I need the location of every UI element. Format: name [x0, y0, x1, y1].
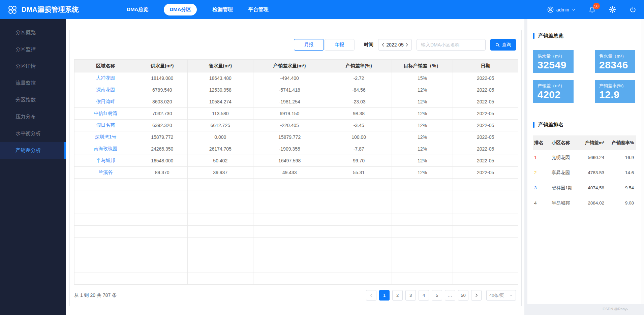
region-name-cell[interactable]: 大冲花园: [74, 72, 137, 84]
region-link[interactable]: 大冲花园: [96, 75, 115, 81]
rank-diff-value: 4783.53: [575, 170, 606, 175]
app-logo-icon: [7, 5, 18, 15]
rank-rate-value: 14.6: [606, 170, 635, 175]
stat-card-label: 产销差率(%): [599, 83, 635, 89]
page-button-1[interactable]: 1: [379, 290, 390, 301]
region-link[interactable]: 深南花园: [96, 87, 115, 92]
region-name-cell[interactable]: 假日湾畔: [74, 96, 137, 108]
user-avatar-icon: [547, 6, 554, 13]
nav-leak-detection[interactable]: 检漏管理: [212, 6, 233, 13]
top-header: DMA漏损管理系统 DMA总览DMA分区检漏管理平台管理 admin: [0, 0, 644, 19]
empty-cell: [253, 190, 326, 202]
stat-card: 售水量（m³）28346: [595, 50, 635, 73]
region-name-cell[interactable]: 深圳湾1号: [74, 131, 137, 143]
empty-cell: [137, 226, 187, 238]
column-header: 供水量(m³): [137, 60, 187, 72]
empty-cell: [187, 179, 253, 190]
empty-table-row: [74, 179, 518, 190]
monthly-report-button[interactable]: 月报: [294, 39, 324, 51]
sidebar-item-zone-detail[interactable]: 分区详情: [0, 58, 66, 74]
next-page-button[interactable]: [471, 290, 482, 301]
empty-cell: [326, 238, 392, 249]
sidebar-item-pressure-distribution[interactable]: 压力分布: [0, 108, 66, 125]
logout-button[interactable]: [629, 6, 637, 13]
ranking-column-header: 小区名称: [552, 140, 575, 146]
table-cell: 100.00: [326, 131, 392, 143]
rank-number: 4: [534, 200, 552, 206]
yearly-report-button[interactable]: 年报: [325, 39, 355, 51]
page-button-2[interactable]: 2: [392, 290, 403, 301]
table-cell: 99.70: [326, 155, 392, 167]
section-accent-bar: [533, 122, 534, 128]
user-menu[interactable]: admin: [547, 6, 576, 13]
sidebar-item-flow-monitor[interactable]: 流量监控: [0, 74, 66, 91]
rank-community-name: 光明花园: [552, 155, 575, 161]
region-name-cell[interactable]: 兰溪谷: [74, 167, 137, 179]
ranking-row: 2享昇花园4783.5314.6: [533, 165, 636, 180]
column-header: 产销差率(%): [326, 60, 392, 72]
page-ellipsis[interactable]: ...: [445, 290, 455, 301]
region-link[interactable]: 深圳湾1号: [95, 134, 116, 139]
nav-platform-management[interactable]: 平台管理: [248, 6, 268, 13]
sidebar-item-zone-monitor[interactable]: 分区监控: [0, 41, 66, 58]
region-name-cell[interactable]: 假日名苑: [74, 120, 137, 131]
empty-table-row: [74, 261, 518, 273]
table-cell: 12530.958: [187, 84, 253, 96]
region-name-cell[interactable]: 中信红树湾: [74, 108, 137, 120]
empty-cell: [453, 261, 518, 273]
region-name-cell[interactable]: 南海玫瑰园: [74, 143, 137, 155]
sidebar-item-nrw-analysis[interactable]: 产销差分析: [0, 142, 66, 159]
empty-cell: [187, 190, 253, 202]
empty-table-row: [74, 190, 518, 202]
table-cell: 113.580: [187, 108, 253, 120]
table-row: 中信红树湾7032.730113.5806919.15098.3812%2022…: [74, 108, 518, 120]
page-size-select[interactable]: 40条/页: [486, 290, 516, 301]
table-cell: 10584.274: [187, 96, 253, 108]
region-name-cell[interactable]: 深南花园: [74, 84, 137, 96]
empty-cell: [392, 179, 453, 190]
page-button-3[interactable]: 3: [405, 290, 416, 301]
region-link[interactable]: 南海玫瑰园: [94, 146, 117, 151]
query-button[interactable]: 查询: [490, 39, 516, 51]
empty-cell: [137, 238, 187, 249]
page-button-5[interactable]: 5: [432, 290, 442, 301]
empty-cell: [187, 226, 253, 238]
column-header: 目标产销差（%）: [392, 60, 453, 72]
page-button-50[interactable]: 50: [458, 290, 468, 301]
empty-cell: [74, 238, 137, 249]
nav-dma-overview[interactable]: DMA总览: [127, 6, 148, 13]
sidebar-item-zone-overview[interactable]: 分区概览: [0, 24, 66, 41]
time-label: 时间: [364, 42, 373, 48]
table-cell: -84.56: [326, 84, 392, 96]
toolbar: 月报 年报 时间 2022-05: [70, 30, 521, 59]
rank-diff-value: 4074,58: [575, 185, 606, 190]
table-cell: 2022-05: [453, 120, 518, 131]
empty-cell: [453, 214, 518, 226]
notifications-button[interactable]: 50: [588, 6, 596, 13]
empty-cell: [392, 214, 453, 226]
empty-cell: [74, 179, 137, 190]
region-name-cell[interactable]: 半岛城邦: [74, 155, 137, 167]
prev-page-button[interactable]: [366, 290, 376, 301]
region-link[interactable]: 中信红树湾: [94, 111, 117, 116]
empty-cell: [137, 249, 187, 261]
region-link[interactable]: 假日名苑: [96, 122, 115, 128]
section-accent-bar: [533, 33, 534, 39]
region-link[interactable]: 半岛城邦: [96, 158, 115, 163]
column-header: 产销差水量(m³): [253, 60, 326, 72]
nav-dma-partition[interactable]: DMA分区: [164, 4, 197, 15]
region-link[interactable]: 假日湾畔: [96, 99, 115, 104]
settings-button[interactable]: [609, 6, 616, 13]
empty-cell: [137, 179, 187, 190]
search-input[interactable]: [417, 39, 486, 51]
page-button-4[interactable]: 4: [419, 290, 429, 301]
sidebar-item-zone-index[interactable]: 分区指数: [0, 91, 66, 108]
next-month-icon[interactable]: [405, 43, 408, 47]
prev-month-icon[interactable]: [381, 43, 385, 47]
sidebar-item-water-balance[interactable]: 水平衡分析: [0, 125, 66, 142]
table-cell: 12%: [392, 108, 453, 120]
empty-cell: [392, 202, 453, 214]
region-link[interactable]: 兰溪谷: [98, 169, 113, 175]
date-picker[interactable]: 2022-05: [378, 39, 412, 51]
sidebar: 分区概览分区监控分区详情流量监控分区指数压力分布水平衡分析产销差分析: [0, 19, 66, 315]
